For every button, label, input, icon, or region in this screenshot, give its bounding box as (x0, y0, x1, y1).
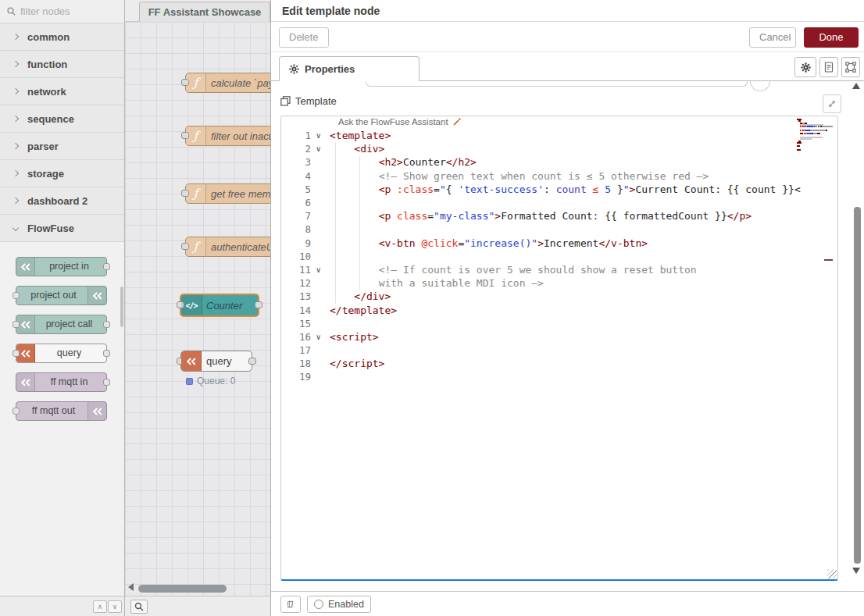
code-line[interactable]: 15 (281, 317, 837, 330)
palette-category-parser[interactable]: parser (0, 133, 124, 160)
palette-category-common[interactable]: common (0, 23, 124, 51)
code-line[interactable]: 6 (281, 196, 837, 209)
code-text: <v-btn @click="increase()">Increment</v-… (330, 237, 648, 249)
palette-category-flowfuse[interactable]: FlowFuse (0, 215, 124, 242)
flow-node-query[interactable]: query (180, 351, 252, 372)
book-icon (287, 599, 294, 610)
function-icon: ƒ (186, 237, 206, 256)
palette-category-network[interactable]: network (0, 78, 124, 105)
fold-arrow-icon[interactable]: ∨ (316, 144, 330, 153)
properties-tab-button[interactable] (794, 57, 816, 77)
enabled-toggle-button[interactable]: Enabled (307, 596, 371, 613)
info-book-button[interactable] (280, 596, 301, 613)
code-line[interactable]: 10 (281, 250, 837, 263)
code-line[interactable]: 1∨<template> (281, 129, 837, 142)
line-number: 16 (281, 331, 316, 343)
palette-category-dashboard2[interactable]: dashboard 2 (0, 187, 124, 215)
palette-flowfuse-section: project in project out project call quer… (0, 242, 124, 421)
fold-arrow-icon[interactable]: ∨ (316, 131, 330, 140)
code-line[interactable]: 17 (281, 344, 837, 357)
code-line[interactable]: 12 with a suitable MDI icon —> (281, 276, 837, 290)
output-port (103, 263, 110, 270)
appearance-tab-button[interactable] (841, 57, 860, 77)
palette: filter nodes common function network seq… (0, 0, 125, 616)
palette-category-function[interactable]: function (0, 51, 124, 78)
overview-ruler-mark (824, 259, 833, 261)
palette-node-ff-mqtt-in[interactable]: ff mqtt in (16, 372, 107, 392)
edit-template-node-dialog: Edit template node Delete Cancel Done Pr… (270, 0, 864, 616)
flow-tab[interactable]: FF Assistant Showcase (139, 2, 270, 22)
code-line[interactable]: 3 <h2>Counter</h2> (281, 155, 837, 169)
scroll-up-arrow[interactable] (852, 83, 860, 89)
expand-all-button[interactable]: ∨ (108, 600, 122, 613)
palette-footer: ∧ ∨ (0, 596, 124, 616)
scroll-left-arrow[interactable] (128, 583, 134, 591)
template-code-editor[interactable]: Ask the FlowFuse Assistant 1∨<template>2… (280, 116, 838, 581)
code-line[interactable]: 16∨<script> (281, 330, 837, 344)
code-line[interactable]: 7 <p class="my-class">Formatted Count: {… (281, 209, 837, 223)
fold-arrow-icon[interactable]: ∨ (316, 333, 330, 341)
code-line[interactable]: 19 (281, 370, 837, 383)
flow-node-function-get-free-memory[interactable]: ƒ get free memo (185, 183, 271, 204)
code-line[interactable]: 13 </div> (281, 290, 837, 303)
template-field-label: Template (295, 95, 337, 107)
code-text: </template> (330, 304, 397, 316)
code-line[interactable]: 14</template> (281, 303, 837, 316)
flow-node-function-filter-inactive[interactable]: ƒ filter out inacti (185, 126, 271, 146)
output-port[interactable] (248, 358, 256, 365)
palette-scrollbar[interactable] (120, 287, 123, 327)
enabled-label: Enabled (328, 599, 364, 610)
output-port (103, 350, 110, 357)
scroll-down-arrow[interactable] (852, 568, 860, 574)
assistant-wand-icon (452, 117, 462, 126)
tab-properties[interactable]: Properties (279, 56, 420, 81)
line-number: 12 (281, 277, 316, 289)
flow-node-template-counter[interactable]: </> Counter (180, 294, 259, 317)
code-line[interactable]: 9 <v-btn @click="increase()">Increment</… (281, 237, 837, 250)
output-port[interactable] (255, 301, 262, 308)
minimap[interactable] (797, 119, 834, 153)
assistant-placeholder[interactable]: Ask the FlowFuse Assistant (338, 117, 462, 126)
fold-arrow-icon[interactable]: ∨ (316, 265, 330, 274)
line-number: 13 (281, 290, 316, 302)
palette-category-storage[interactable]: storage (0, 160, 124, 187)
expand-icon (827, 99, 837, 109)
input-port (12, 408, 20, 415)
done-button[interactable]: Done (804, 27, 859, 48)
template-icon (280, 96, 291, 106)
chevron-down-icon (12, 225, 19, 231)
dialog-scrollbar[interactable] (854, 207, 861, 564)
line-number: 3 (281, 156, 316, 168)
code-line[interactable]: 18</script> (281, 357, 837, 370)
code-line[interactable]: 5 <p :class="{ 'text-success': count ≤ 5… (281, 183, 837, 196)
palette-node-project-out[interactable]: project out (16, 286, 107, 305)
collapse-all-button[interactable]: ∧ (93, 600, 107, 613)
expand-editor-button[interactable] (823, 94, 841, 113)
palette-category-sequence[interactable]: sequence (0, 105, 124, 133)
palette-node-project-call[interactable]: project call (16, 315, 107, 334)
flow-canvas[interactable]: ƒ calculate `pay ƒ filter out inacti ƒ g… (125, 22, 271, 596)
frame-icon (845, 62, 856, 73)
cancel-button[interactable]: Cancel (749, 27, 796, 48)
chevron-right-icon (12, 143, 19, 149)
dialog-title: Edit template node (271, 0, 864, 22)
palette-search[interactable]: filter nodes (0, 0, 124, 23)
code-line[interactable]: 2∨ <div> (281, 142, 837, 155)
code-line[interactable]: 11∨ <!— If count is over 5 we should sho… (281, 263, 837, 276)
palette-node-project-in[interactable]: project in (16, 257, 107, 276)
horizontal-scrollbar[interactable] (138, 585, 227, 593)
search-flows-button[interactable] (130, 600, 148, 614)
line-number: 6 (281, 197, 316, 208)
delete-button[interactable]: Delete (279, 27, 329, 48)
code-line[interactable]: 4 <!— Show green text when count is ≤ 5 … (281, 169, 837, 183)
flow-node-function-calculate-pay[interactable]: ƒ calculate `pay (185, 73, 271, 93)
tab-properties-label: Properties (305, 63, 355, 75)
description-tab-button[interactable] (819, 57, 838, 77)
output-port (103, 379, 110, 386)
palette-node-query[interactable]: query (16, 344, 107, 363)
code-line[interactable]: 8 (281, 223, 837, 236)
editor-resize-handle[interactable] (827, 569, 837, 579)
flow-node-function-authenticate-user[interactable]: ƒ authenticateU (185, 237, 271, 257)
palette-node-ff-mqtt-out[interactable]: ff mqtt out (16, 401, 107, 421)
workspace: FF Assistant Showcase ƒ calculate `pay ƒ… (125, 0, 271, 616)
